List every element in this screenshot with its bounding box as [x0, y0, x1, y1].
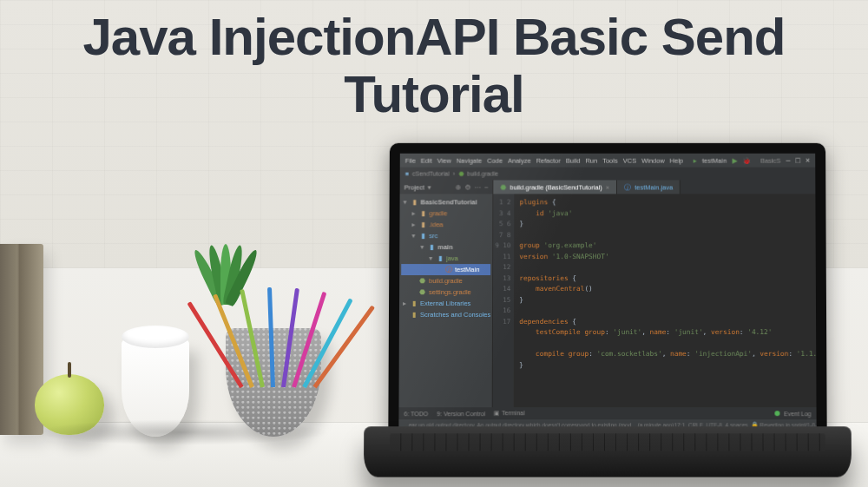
breadcrumb: ■ cSendTutorial › ⬣ build.gradle [400, 168, 816, 181]
tree-settings-gradle[interactable]: ⬣settings.gradle [401, 286, 490, 298]
hide-icon[interactable]: − [484, 183, 489, 191]
line-gutter: 1 2 3 4 5 6 7 8 9 10 11 12 13 14 15 16 1… [493, 194, 515, 407]
tab-build-gradle[interactable]: ⬣ build.gradle (BasicSendTutorial) × [494, 181, 617, 194]
tree-gradle-dir[interactable]: ▸▮gradle [401, 207, 490, 219]
toolwin-todo[interactable]: 6: TODO [404, 411, 428, 417]
toolwindow-bar[interactable]: 6: TODO 9: Version Control ▣ Terminal Ev… [398, 407, 816, 419]
tree-scratches[interactable]: ▮Scratches and Consoles [401, 309, 490, 320]
menu-build[interactable]: Build [566, 156, 581, 164]
terminal-icon: ▣ [494, 410, 500, 416]
toolwin-terminal[interactable]: ▣ Terminal [494, 410, 524, 417]
menu-view[interactable]: View [437, 156, 451, 164]
toolwin-vcs[interactable]: 9: Version Control [437, 411, 485, 417]
code-text[interactable]: plugins { id 'java' } group 'org.example… [514, 194, 827, 407]
window-close-icon[interactable]: × [806, 156, 810, 165]
gradle-file-icon: ⬣ [458, 170, 464, 177]
tab-label: testMain.java [635, 183, 673, 191]
tree-external-libs[interactable]: ▸▮External Libraries [401, 298, 490, 309]
plant [174, 244, 269, 339]
project-tree[interactable]: ▾▮BasicSendTutorial ▸▮gradle ▸▮.idea ▾▮s… [399, 194, 493, 323]
menu-help[interactable]: Help [670, 156, 683, 164]
editor: ⬣ build.gradle (BasicSendTutorial) × ⓙ t… [493, 181, 827, 408]
menu-edit[interactable]: Edit [421, 156, 432, 164]
chevron-down-icon[interactable]: ▾ [428, 183, 431, 191]
close-icon[interactable]: × [606, 183, 609, 191]
tree-java-dir[interactable]: ▾▮java [401, 253, 490, 264]
tab-label: build.gradle (BasicSendTutorial) [510, 183, 602, 191]
menu-file[interactable]: File [405, 156, 416, 164]
breadcrumb-project[interactable]: cSendTutorial [412, 171, 450, 177]
menu-run[interactable]: Run [586, 156, 598, 164]
java-file-icon: ⓙ [624, 182, 631, 192]
expand-icon[interactable]: ⊕ [455, 183, 461, 191]
page-title: Java InjectionAPI Basic Send Tutorial [0, 9, 868, 123]
tree-idea-dir[interactable]: ▸▮.idea [401, 219, 490, 230]
tree-build-gradle[interactable]: ⬣build.gradle [401, 275, 490, 286]
ide-window: File Edit View Navigate Code Analyze Ref… [398, 154, 816, 431]
menu-code[interactable]: Code [487, 156, 503, 164]
gear-icon[interactable]: ⚙ [464, 183, 470, 191]
window-maximize-icon[interactable]: □ [796, 156, 800, 165]
run-arrow-icon[interactable]: ▸ [694, 156, 697, 164]
project-panel-header: Project ▾ ⊕ ⚙ ⋯ − [400, 181, 493, 194]
ide-body: Project ▾ ⊕ ⚙ ⋯ − ▾▮BasicSendTutorial ▸▮… [398, 181, 816, 408]
more-icon[interactable]: ⋯ [474, 183, 481, 191]
chevron-right-icon: › [453, 171, 455, 177]
folder-icon: ■ [405, 171, 409, 177]
tree-main-dir[interactable]: ▾▮main [401, 241, 490, 253]
gradle-file-icon: ⬣ [501, 183, 507, 191]
tree-root[interactable]: ▾▮BasicSendTutorial [402, 196, 491, 207]
window-title: BasicSendTutorial [760, 156, 781, 164]
toolwin-eventlog[interactable]: Event Log [784, 411, 812, 417]
project-panel[interactable]: Project ▾ ⊕ ⚙ ⋯ − ▾▮BasicSendTutorial ▸▮… [398, 181, 493, 408]
menu-refactor[interactable]: Refactor [536, 156, 561, 164]
laptop-screen: File Edit View Navigate Code Analyze Ref… [388, 143, 826, 441]
menu-analyze[interactable]: Analyze [508, 156, 531, 164]
project-panel-title: Project [404, 183, 424, 191]
menu-navigate[interactable]: Navigate [457, 156, 483, 164]
window-minimize-icon[interactable]: – [786, 156, 791, 165]
run-config-selector[interactable]: testMain [702, 156, 727, 164]
menu-tools[interactable]: Tools [602, 156, 617, 164]
laptop: File Edit View Navigate Code Analyze Ref… [364, 143, 852, 477]
editor-tabs[interactable]: ⬣ build.gradle (BasicSendTutorial) × ⓙ t… [494, 181, 827, 194]
menu-window[interactable]: Window [641, 156, 665, 164]
menubar[interactable]: File Edit View Navigate Code Analyze Ref… [400, 154, 815, 168]
laptop-keyboard [390, 433, 825, 451]
play-icon[interactable]: ▶ [732, 156, 737, 164]
code-area[interactable]: 1 2 3 4 5 6 7 8 9 10 11 12 13 14 15 16 1… [493, 194, 827, 407]
laptop-base [364, 426, 852, 477]
event-dot-icon [775, 411, 780, 416]
tree-testmain-file[interactable]: ⓙtestMain [401, 264, 490, 275]
tab-testmain[interactable]: ⓙ testMain.java [617, 181, 681, 194]
breadcrumb-file[interactable]: build.gradle [467, 171, 498, 177]
tree-src-dir[interactable]: ▾▮src [401, 230, 490, 241]
debug-icon[interactable]: 🐞 [742, 156, 750, 164]
scene: Java InjectionAPI Basic Send Tutorial Fi… [0, 0, 868, 487]
menu-vcs[interactable]: VCS [623, 156, 636, 164]
